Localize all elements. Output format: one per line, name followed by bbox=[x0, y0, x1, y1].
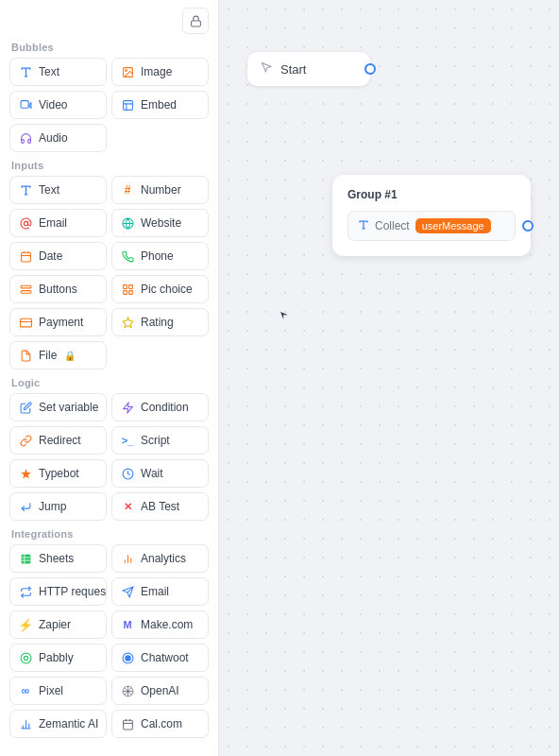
email-input-label: Email bbox=[39, 216, 67, 230]
svg-rect-15 bbox=[21, 252, 30, 262]
svg-rect-24 bbox=[128, 290, 132, 294]
sidebar-item-pabbly[interactable]: Pabbly bbox=[9, 644, 107, 672]
start-node-icon bbox=[261, 61, 273, 77]
buttons-input-label: Buttons bbox=[39, 283, 77, 296]
ab-test-label: AB Test bbox=[141, 500, 179, 513]
http-request-icon bbox=[18, 584, 33, 599]
pic-choice-input-label: Pic choice bbox=[141, 283, 193, 296]
text-input-label: Text bbox=[39, 183, 59, 197]
sidebar-item-date-input[interactable]: Date bbox=[9, 242, 107, 270]
svg-rect-5 bbox=[21, 100, 28, 108]
pixel-icon: ∞ bbox=[18, 683, 33, 698]
sidebar-item-pixel[interactable]: ∞ Pixel bbox=[9, 677, 107, 705]
sidebar-item-file-input[interactable]: File 🔒 bbox=[9, 341, 107, 369]
start-node[interactable]: Start bbox=[247, 52, 370, 86]
file-input-label: File bbox=[39, 349, 57, 362]
image-bubble-label: Image bbox=[141, 65, 172, 78]
collect-block-connector[interactable] bbox=[522, 220, 534, 232]
file-lock-badge: 🔒 bbox=[64, 351, 76, 361]
sidebar-item-text-bubble[interactable]: Text bbox=[9, 58, 107, 86]
sidebar-item-jump[interactable]: Jump bbox=[9, 492, 107, 521]
redirect-icon bbox=[18, 433, 33, 448]
sidebar-item-sheets[interactable]: Sheets bbox=[9, 544, 107, 573]
sidebar-item-embed-bubble[interactable]: Embed bbox=[111, 91, 209, 119]
sidebar-item-email-input[interactable]: Email bbox=[9, 209, 107, 237]
sidebar-item-typebot[interactable]: Typebot bbox=[9, 459, 107, 488]
canvas-area: Start Group #1 Collect userMessage bbox=[219, 0, 559, 756]
sidebar-item-website-input[interactable]: Website bbox=[111, 209, 209, 237]
sidebar-item-script[interactable]: >_ Script bbox=[111, 426, 209, 455]
zemantic-ai-label: Zemantic AI bbox=[39, 717, 98, 730]
video-bubble-icon bbox=[18, 97, 33, 112]
sheets-label: Sheets bbox=[39, 552, 74, 565]
section-bubbles-label: Bubbles bbox=[11, 42, 209, 53]
sidebar-item-condition[interactable]: Condition bbox=[111, 393, 209, 421]
website-input-icon bbox=[120, 215, 135, 231]
sidebar-item-pic-choice-input[interactable]: Pic choice bbox=[111, 275, 209, 303]
group-node[interactable]: Group #1 Collect userMessage bbox=[332, 175, 531, 256]
sidebar-item-text-input[interactable]: Text bbox=[9, 176, 107, 204]
website-input-label: Website bbox=[141, 216, 181, 230]
sidebar-item-audio-bubble[interactable]: Audio bbox=[9, 124, 107, 152]
cal-com-label: Cal.com bbox=[141, 717, 182, 730]
ab-test-icon: ✕ bbox=[120, 499, 135, 514]
jump-icon bbox=[18, 499, 33, 514]
sidebar-item-ab-test[interactable]: ✕ AB Test bbox=[111, 492, 209, 521]
sidebar-item-redirect[interactable]: Redirect bbox=[9, 426, 107, 455]
embed-bubble-label: Embed bbox=[141, 98, 177, 112]
sidebar-item-make[interactable]: M Make.com bbox=[111, 610, 209, 639]
wait-label: Wait bbox=[141, 467, 163, 480]
sidebar: Bubbles Text Image Video Embed bbox=[0, 0, 219, 756]
wait-icon bbox=[120, 466, 135, 481]
svg-rect-23 bbox=[123, 290, 127, 294]
sidebar-item-rating-input[interactable]: Rating bbox=[111, 308, 209, 336]
pabbly-label: Pabbly bbox=[39, 651, 74, 664]
openai-label: OpenAI bbox=[141, 684, 179, 697]
set-variable-icon bbox=[18, 400, 33, 415]
lock-button[interactable] bbox=[182, 8, 209, 34]
sidebar-item-openai[interactable]: OpenAI bbox=[111, 677, 209, 705]
audio-bubble-icon bbox=[18, 130, 33, 146]
collect-block[interactable]: Collect userMessage bbox=[347, 211, 516, 241]
sidebar-item-zapier[interactable]: ⚡ Zapier bbox=[9, 610, 107, 639]
file-input-icon bbox=[18, 348, 33, 363]
svg-point-42 bbox=[125, 655, 129, 660]
make-label: Make.com bbox=[141, 618, 193, 631]
pixel-label: Pixel bbox=[39, 684, 63, 697]
phone-input-icon bbox=[120, 249, 135, 264]
sidebar-item-email-integration[interactable]: Email bbox=[111, 577, 209, 606]
collect-block-icon bbox=[358, 219, 369, 233]
sidebar-item-video-bubble[interactable]: Video bbox=[9, 91, 107, 119]
make-icon: M bbox=[120, 617, 135, 632]
audio-bubble-label: Audio bbox=[39, 131, 68, 145]
sidebar-item-wait[interactable]: Wait bbox=[111, 459, 209, 488]
sidebar-item-cal-com[interactable]: Cal.com bbox=[111, 710, 209, 738]
text-bubble-icon bbox=[18, 64, 33, 79]
integrations-grid: Sheets Analytics HTTP request Email ⚡ Za… bbox=[9, 544, 209, 738]
svg-marker-27 bbox=[123, 318, 133, 327]
sidebar-item-chatwoot[interactable]: Chatwoot bbox=[111, 644, 209, 672]
svg-point-40 bbox=[24, 656, 27, 660]
sidebar-item-image-bubble[interactable]: Image bbox=[111, 58, 209, 86]
sidebar-item-analytics[interactable]: Analytics bbox=[111, 544, 209, 573]
sidebar-item-http-request[interactable]: HTTP request bbox=[9, 577, 107, 606]
sidebar-item-payment-input[interactable]: Payment bbox=[9, 308, 107, 336]
rating-input-icon bbox=[120, 315, 135, 330]
sidebar-item-phone-input[interactable]: Phone bbox=[111, 242, 209, 270]
analytics-icon bbox=[120, 551, 135, 566]
condition-icon bbox=[120, 400, 135, 415]
svg-rect-47 bbox=[123, 720, 132, 730]
chatwoot-label: Chatwoot bbox=[141, 651, 189, 664]
buttons-input-icon bbox=[18, 282, 33, 297]
sidebar-item-number-input[interactable]: # Number bbox=[111, 176, 209, 204]
section-integrations-label: Integrations bbox=[11, 528, 209, 540]
sidebar-item-buttons-input[interactable]: Buttons bbox=[9, 275, 107, 303]
chatwoot-icon bbox=[120, 650, 135, 665]
collect-block-label: Collect bbox=[375, 219, 410, 232]
start-node-connector[interactable] bbox=[364, 63, 376, 75]
condition-label: Condition bbox=[141, 401, 189, 414]
sidebar-item-set-variable[interactable]: Set variable bbox=[9, 393, 107, 421]
sidebar-item-zemantic-ai[interactable]: Zemantic AI bbox=[9, 710, 107, 738]
svg-rect-25 bbox=[20, 318, 31, 327]
inputs-grid: Text # Number Email Website Date bbox=[9, 176, 209, 369]
